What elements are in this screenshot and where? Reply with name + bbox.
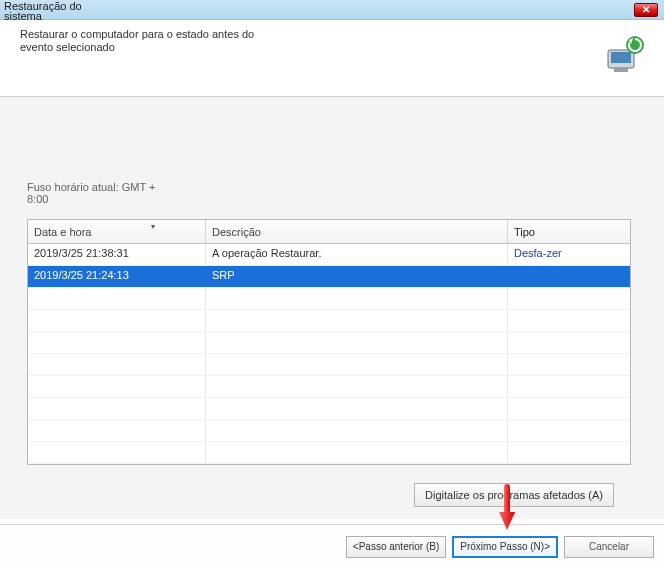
table-body: 2019/3/25 21:38:31 A operação Restaurar.… [28,244,630,464]
next-step-button[interactable]: Próximo Passo (N)> [452,536,558,558]
window-title: Restauração do sistema [4,0,82,21]
table-row[interactable] [28,376,630,398]
svg-rect-2 [614,68,628,72]
header-subtitle: Restaurar o computador para o estado ant… [20,28,280,90]
footer-bar: <Passo anterior (B) Próximo Passo (N)> C… [0,524,664,568]
table-row[interactable] [28,332,630,354]
svg-rect-1 [611,52,631,63]
col-description[interactable]: Descrição [206,220,508,243]
sort-desc-icon: ▾ [151,222,155,231]
titlebar: Restauração do sistema ✕ [0,0,664,20]
cell-datetime: 2019/3/25 21:38:31 [28,244,206,265]
header-panel: Restaurar o computador para o estado ant… [0,20,664,97]
col-datetime[interactable]: Data e hora ▾ [28,220,206,243]
scan-programs-button[interactable]: Digitalize os programas afetados (A) [414,483,614,507]
table-row[interactable]: 2019/3/25 21:38:31 A operação Restaurar.… [28,244,630,266]
col-description-label: Descrição [212,226,261,238]
table-row[interactable] [28,442,630,464]
table-row[interactable] [28,398,630,420]
cell-description: SRP [206,266,508,287]
prev-step-button[interactable]: <Passo anterior (B) [346,536,446,558]
restore-icon [602,32,646,76]
table-row[interactable] [28,310,630,332]
table-row[interactable] [28,288,630,310]
content-area: Fuso horário atual: GMT + 8:00 Data e ho… [0,97,664,519]
close-icon[interactable]: ✕ [634,3,658,17]
table-row[interactable] [28,354,630,376]
col-type[interactable]: Tipo [508,220,630,243]
restore-points-table: Data e hora ▾ Descrição Tipo 2019/3/25 2… [27,219,631,465]
col-type-label: Tipo [514,226,535,238]
table-row[interactable]: 2019/3/25 21:24:13 SRP [28,266,630,288]
table-row[interactable] [28,420,630,442]
cancel-button[interactable]: Cancelar [564,536,654,558]
timezone-label: Fuso horário atual: GMT + 8:00 [27,181,167,205]
cell-type [508,266,630,287]
cell-datetime: 2019/3/25 21:24:13 [28,266,206,287]
cell-type: Desfa-zer [508,244,630,265]
cell-description: A operação Restaurar. [206,244,508,265]
col-datetime-label: Data e hora [34,226,91,238]
table-header: Data e hora ▾ Descrição Tipo [28,220,630,244]
